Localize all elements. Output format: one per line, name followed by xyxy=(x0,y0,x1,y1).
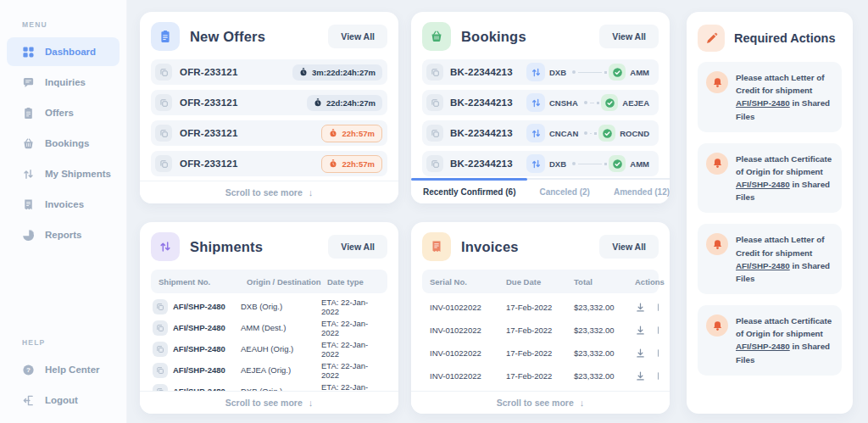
shipment-link[interactable]: AFI/SHP-2480 xyxy=(736,342,790,351)
external-link-icon[interactable] xyxy=(656,370,659,381)
sidebar-item-help-center[interactable]: Help Center xyxy=(7,355,120,384)
invoice-total: $23,332.00 xyxy=(574,371,635,381)
booking-row[interactable]: BK-22344213 CNCAN ROCND xyxy=(422,120,659,146)
sidebar-item-bookings[interactable]: Bookings xyxy=(7,129,120,158)
bookings-icon xyxy=(422,22,451,51)
sidebar-item-label: Invoices xyxy=(45,199,84,209)
sidebar-item-inquiries[interactable]: Inquiries xyxy=(7,68,120,97)
invoice-row[interactable]: INV-01022022 17-Feb-2022 $23,332.00 xyxy=(422,342,659,365)
card-title: Invoices xyxy=(461,239,589,255)
scroll-more[interactable]: Scroll to see more xyxy=(140,391,398,414)
sidebar-item-label: Inquiries xyxy=(45,77,86,87)
destination-code: AMM xyxy=(630,68,649,77)
column-header: Actions xyxy=(635,277,665,287)
shipment-row[interactable]: AFI/SHP-2480 AEJEA (Orig.) ETA: 22-Jan-2… xyxy=(151,359,387,381)
download-icon[interactable] xyxy=(635,325,646,336)
shipment-link[interactable]: AFI/SHP-2480 xyxy=(736,261,790,270)
scroll-more[interactable]: Scroll to see more xyxy=(140,181,398,203)
help-section-label: HELP xyxy=(22,338,126,347)
pencil-icon xyxy=(698,25,725,52)
download-icon[interactable] xyxy=(635,370,646,381)
shipment-link[interactable]: AFI/SHP-2480 xyxy=(736,98,790,108)
copy-icon[interactable] xyxy=(153,363,168,378)
download-icon[interactable] xyxy=(635,302,646,313)
booking-row[interactable]: BK-22344213 DXB AMM xyxy=(422,151,659,176)
chat-icon xyxy=(22,76,35,89)
column-header: Shipment No. xyxy=(159,277,247,287)
card-title: New Offers xyxy=(190,29,318,45)
offer-row[interactable]: OFR-233121 22h:57m xyxy=(151,151,387,176)
shipment-row[interactable]: AFI/SHP-2480 AEAUH (Orig.) ETA: 22-Jan-2… xyxy=(151,338,387,359)
offer-row[interactable]: OFR-233121 22h:57m xyxy=(151,120,387,146)
sidebar-item-dashboard[interactable]: Dashboard xyxy=(7,37,120,66)
transfer-icon xyxy=(526,93,545,112)
column-header: Date type xyxy=(327,277,380,287)
invoice-due-date: 17-Feb-2022 xyxy=(506,348,574,358)
pie-chart-icon xyxy=(22,229,35,242)
sidebar-item-my-shipments[interactable]: My Shipments xyxy=(7,159,120,188)
download-icon[interactable] xyxy=(635,348,646,359)
route-icon xyxy=(22,168,35,181)
invoice-due-date: 17-Feb-2022 xyxy=(506,371,574,381)
menu-section-label: MENU xyxy=(22,20,126,29)
copy-icon[interactable] xyxy=(153,320,168,336)
tab-canceled[interactable]: Canceled (2) xyxy=(527,180,601,203)
view-all-button[interactable]: View All xyxy=(599,25,659,48)
destination-code: ROCND xyxy=(620,129,649,138)
copy-icon[interactable] xyxy=(426,125,443,142)
external-link-icon[interactable] xyxy=(656,325,659,336)
copy-icon[interactable] xyxy=(426,155,443,172)
booking-row[interactable]: BK-22344213 CNSHA AEJEA xyxy=(422,90,659,115)
dashboard-icon xyxy=(22,46,35,58)
offer-row[interactable]: OFR-233121 3m:22d:24h:27m xyxy=(151,59,387,85)
stopwatch-icon xyxy=(329,159,337,168)
stopwatch-icon xyxy=(299,68,308,76)
timer-badge-urgent: 22h:57m xyxy=(321,125,382,142)
basket-icon xyxy=(22,137,35,150)
timer-badge: 22d:24h:27m xyxy=(307,95,382,111)
copy-icon[interactable] xyxy=(155,94,172,111)
copy-icon[interactable] xyxy=(153,342,168,357)
copy-icon[interactable] xyxy=(155,125,172,142)
arrow-down-icon xyxy=(309,398,314,408)
shipment-link[interactable]: AFI/SHP-2480 xyxy=(736,180,790,189)
copy-icon[interactable] xyxy=(426,64,443,81)
destination-code: AEJEA xyxy=(622,98,649,108)
confirmed-check-icon xyxy=(601,94,618,111)
sidebar-item-label: Help Center xyxy=(45,365,100,375)
scroll-more[interactable]: Scroll to see more xyxy=(411,391,670,414)
copy-icon[interactable] xyxy=(426,94,443,111)
sidebar-item-offers[interactable]: Offers xyxy=(7,98,120,127)
booking-row[interactable]: BK-22344213 DXB AMM xyxy=(422,59,659,85)
external-link-icon[interactable] xyxy=(656,302,659,313)
copy-icon[interactable] xyxy=(153,299,168,314)
invoice-row[interactable]: INV-01022022 17-Feb-2022 $23,332.00 xyxy=(422,319,659,342)
copy-icon[interactable] xyxy=(155,64,172,81)
timer-badge: 3m:22d:24h:27m xyxy=(292,64,382,81)
view-all-button[interactable]: View All xyxy=(599,235,659,259)
invoice-row[interactable]: INV-01022022 17-Feb-2022 $23,332.00 xyxy=(422,365,659,387)
shipment-row[interactable]: AFI/SHP-2480 AMM (Dest.) ETA: 22-Jan-202… xyxy=(151,317,387,338)
sidebar-item-logout[interactable]: Logout xyxy=(7,386,120,415)
sidebar-item-invoices[interactable]: Invoices xyxy=(7,190,120,219)
tab-recently-confirmed[interactable]: Recently Confirmed (6) xyxy=(411,180,527,203)
arrow-down-icon xyxy=(309,187,314,198)
action-text: Please attach Certificate of Origin for … xyxy=(736,314,833,366)
tab-amended[interactable]: Amended (12) xyxy=(602,180,670,203)
destination-code: AMM xyxy=(630,159,649,169)
offer-id: OFR-233121 xyxy=(180,159,321,169)
sidebar: MENU Dashboard Inquiries Offers Bookings… xyxy=(0,0,127,423)
stopwatch-icon xyxy=(329,129,337,137)
view-all-button[interactable]: View All xyxy=(328,235,387,259)
bell-icon xyxy=(706,71,728,93)
invoice-serial: INV-01022022 xyxy=(430,303,506,312)
view-all-button[interactable]: View All xyxy=(328,25,387,48)
invoice-serial: INV-01022022 xyxy=(430,348,506,358)
offer-row[interactable]: OFR-233121 22d:24h:27m xyxy=(151,90,387,115)
column-header: Serial No. xyxy=(430,277,506,287)
invoice-row[interactable]: INV-01022022 17-Feb-2022 $23,332.00 xyxy=(422,296,659,319)
external-link-icon[interactable] xyxy=(656,348,659,359)
copy-icon[interactable] xyxy=(155,155,172,172)
shipment-row[interactable]: AFI/SHP-2480 DXB (Orig.) ETA: 22-Jan-202… xyxy=(151,296,387,317)
sidebar-item-reports[interactable]: Reports xyxy=(7,220,120,249)
